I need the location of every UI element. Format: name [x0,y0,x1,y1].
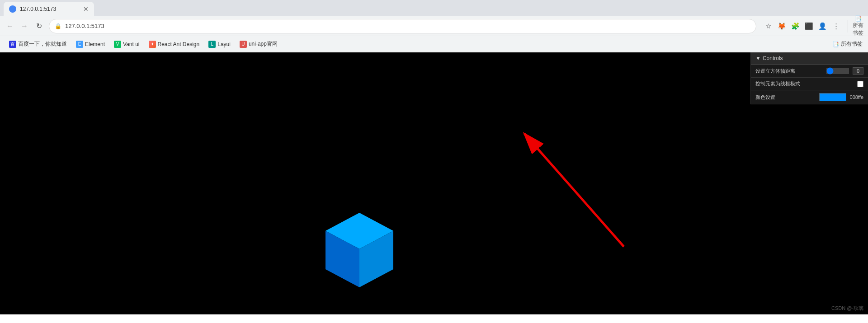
controls-panel: ▼ Controls 设置立方体轴距离 0 控制元素为线框模式 颜色设置 008… [750,52,868,104]
wireframe-checkbox[interactable] [857,81,863,87]
axis-slider[interactable] [826,68,849,74]
active-tab[interactable]: 127.0.0.1:5173 ✕ [4,2,94,16]
controls-row-wireframe: 控制元素为线框模式 [751,78,868,90]
reload-button[interactable]: ↻ [33,20,45,33]
controls-title: Controls [763,55,783,61]
tab-bar: 127.0.0.1:5173 ✕ [0,0,868,16]
bookmark-baidu[interactable]: 百 百度一下，你就知道 [5,38,71,50]
nav-bar: ← → ↻ 🔒 127.0.0.1:5173 ☆ 🦊 🧩 ⬛ 👤 ⋮ 📑 所有书… [0,16,868,36]
tab-favicon [9,5,16,13]
tab-title: 127.0.0.1:5173 [20,6,80,12]
controls-row-color: 颜色设置 008ffe [751,90,868,104]
bookmark-react-ant[interactable]: ✦ React Ant Design [145,39,203,50]
axis-value: 0 [853,67,863,75]
axis-label: 设置立方体轴距离 [755,68,823,75]
color-swatch[interactable] [819,93,846,101]
menu-button[interactable]: ⋮ [830,20,842,33]
bookmarks-sidebar-button[interactable]: 📑 所有书签 [852,20,864,33]
bookmark-react-favicon: ✦ [149,41,156,48]
bookmark-uni-label: uni-app官网 [249,40,278,48]
controls-header: ▼ Controls [751,52,868,65]
bookmark-baidu-favicon: 百 [9,41,16,48]
3d-cube [323,211,396,294]
bookmark-element[interactable]: E Element [72,39,108,50]
bookmark-layui[interactable]: L Layui [205,39,234,50]
bookmark-uni-favicon: U [240,41,247,48]
controls-row-axis: 设置立方体轴距离 0 [751,65,868,78]
bookmark-baidu-label: 百度一下，你就知道 [18,40,67,48]
bookmark-vant-label: Vant ui [123,41,139,47]
bookmark-layui-favicon: L [208,41,216,48]
fox-extension-button[interactable]: 🦊 [775,20,788,33]
red-arrow [506,125,646,256]
watermark: CSDN @-耿璃 [831,305,863,312]
forward-button[interactable]: → [18,20,31,33]
extensions-button[interactable]: 🧩 [789,20,802,33]
bookmark-element-label: Element [85,41,105,47]
wireframe-label: 控制元素为线框模式 [755,80,854,87]
browser-chrome: 127.0.0.1:5173 ✕ ← → ↻ 🔒 127.0.0.1:5173 … [0,0,868,314]
address-bar[interactable]: 🔒 127.0.0.1:5173 [49,19,756,33]
sidebar-button[interactable]: ⬛ [802,20,815,33]
bookmark-vant-favicon: V [114,41,121,48]
svg-line-4 [524,134,624,247]
bookmark-layui-label: Layui [217,41,231,47]
address-text: 127.0.0.1:5173 [65,23,750,29]
bookmark-star-button[interactable]: ☆ [762,20,774,33]
all-bookmarks-label: 所有书签 [841,40,863,48]
back-button[interactable]: ← [4,20,16,33]
lock-icon: 🔒 [55,23,61,29]
color-label: 颜色设置 [755,94,816,101]
profile-button[interactable]: 👤 [816,20,829,33]
chevron-down-icon: ▼ [755,55,761,61]
color-text: 008ffe [850,94,863,100]
bookmark-element-favicon: E [76,41,83,48]
bookmark-react-label: React Ant Design [158,41,200,47]
bookmark-vant[interactable]: V Vant ui [110,39,143,50]
toolbar-icons: ☆ 🦊 🧩 ⬛ 👤 ⋮ [762,20,842,33]
bookmarks-bar: 百 百度一下，你就知道 E Element V Vant ui ✦ React … [0,36,868,52]
bookmarks-right[interactable]: 📑 所有书签 [832,40,863,48]
bookmark-uni[interactable]: U uni-app官网 [236,38,281,50]
close-tab-button[interactable]: ✕ [83,5,89,13]
main-content: ▼ Controls 设置立方体轴距离 0 控制元素为线框模式 颜色设置 008… [0,52,868,314]
